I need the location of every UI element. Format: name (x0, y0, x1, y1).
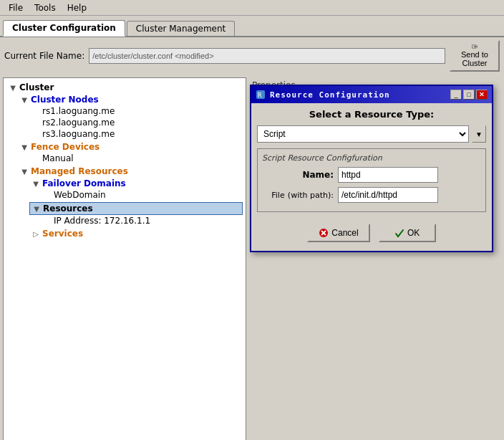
toggle-managed-resources[interactable]: ▼ (19, 168, 29, 176)
cluster-children: ▼ Cluster Nodes rs1.laoguang.me rs2.laog… (18, 93, 243, 241)
filename-input[interactable] (89, 48, 445, 64)
tree-ip-address[interactable]: IP Address: 172.16.1.1 (41, 215, 243, 226)
services-node: ▷ Services (29, 227, 243, 240)
toggle-services[interactable]: ▷ (31, 230, 41, 238)
name-label: Name: (262, 170, 334, 180)
file-label: File (with path): (262, 190, 334, 200)
dialog-minimize-button[interactable]: _ (450, 90, 462, 100)
tabs-bar: Cluster Configuration Cluster Management (0, 16, 504, 37)
fence-devices-children: Manual (29, 153, 243, 164)
tree-node-rs2[interactable]: rs2.laoguang.me (29, 117, 243, 128)
send-icon (467, 44, 482, 49)
tree-cluster[interactable]: ▼ Cluster (6, 82, 243, 93)
tab-cluster-management[interactable]: Cluster Management (127, 21, 235, 36)
tree-fence-devices[interactable]: ▼ Fence Devices (18, 141, 243, 153)
cancel-button[interactable]: Cancel (307, 224, 369, 242)
ip-address-label: IP Address: 172.16.1.1 (54, 216, 150, 226)
resources-node: ▼ Resources IP Address: 172.16.1.1 (29, 201, 243, 227)
resource-configuration-dialog: R Resource Configuration _ □ ✕ Select a … (250, 85, 493, 252)
node-rs2-label: rs2.laoguang.me (42, 118, 115, 128)
failover-domains-node: ▼ Failover Domains WebDomain (29, 177, 243, 201)
tab-cluster-configuration[interactable]: Cluster Configuration (3, 20, 125, 37)
failover-domains-children: WebDomain (41, 189, 243, 201)
toggle-resources[interactable]: ▼ (32, 205, 42, 213)
dialog-title: Resource Configuration (270, 90, 390, 100)
file-input[interactable] (338, 187, 438, 203)
dialog-icon: R (256, 90, 266, 100)
filename-bar: Current File Name: Send to Cluster (0, 37, 504, 75)
cluster-nodes-children: rs1.laoguang.me rs2.laoguang.me rs3.laog… (29, 105, 243, 140)
tree-root: ▼ Cluster ▼ Cluster Nodes rs1.laoguang.m… (6, 81, 243, 241)
svg-rect-2 (477, 46, 478, 48)
resource-type-select[interactable]: Script (257, 125, 469, 143)
right-panel: Properties R Resource Configuration _ □ (249, 77, 501, 440)
tree-cluster-nodes[interactable]: ▼ Cluster Nodes (18, 94, 243, 105)
tree-services[interactable]: ▷ Services (29, 228, 243, 239)
resources-label: Resources (43, 204, 93, 214)
dialog-content: Select a Resource Type: Script ▼ Script … (251, 103, 492, 251)
managed-resources-node: ▼ Managed Resources ▼ Failover Domains (18, 165, 243, 241)
cancel-icon (319, 228, 329, 238)
resource-type-select-wrapper: Script ▼ (257, 125, 486, 143)
left-panel: ▼ Cluster ▼ Cluster Nodes rs1.laoguang.m… (3, 77, 246, 440)
menu-help[interactable]: Help (62, 1, 92, 14)
dialog-titlebar: R Resource Configuration _ □ ✕ (251, 86, 492, 103)
webdomain-label: WebDomain (54, 190, 106, 200)
fence-devices-node: ▼ Fence Devices Manual (18, 140, 243, 165)
send-to-cluster-button[interactable]: Send to Cluster (450, 40, 500, 72)
tree-resources[interactable]: ▼ Resources (29, 202, 243, 215)
ok-icon (394, 228, 404, 238)
menubar: File Tools Help (0, 0, 504, 16)
dialog-maximize-button[interactable]: □ (463, 90, 475, 100)
cancel-label: Cancel (331, 228, 358, 238)
dialog-overlay: R Resource Configuration _ □ ✕ Select a … (242, 77, 501, 440)
tree-webdomain[interactable]: WebDomain (41, 189, 243, 201)
resources-children: IP Address: 172.16.1.1 (41, 215, 243, 226)
managed-resources-children: ▼ Failover Domains WebDomain (29, 177, 243, 240)
toggle-failover-domains[interactable]: ▼ (31, 180, 41, 188)
menu-file[interactable]: File (3, 1, 29, 14)
cluster-nodes-label: Cluster Nodes (31, 95, 99, 105)
dialog-close-button[interactable]: ✕ (476, 90, 488, 100)
dialog-window-controls: _ □ ✕ (450, 90, 488, 100)
svg-marker-1 (474, 46, 476, 48)
managed-resources-label: Managed Resources (31, 166, 128, 176)
script-resource-config-section: Script Resource Configfuration Name: Fil… (257, 148, 486, 212)
tree-node-rs1[interactable]: rs1.laoguang.me (29, 105, 243, 117)
toggle-cluster[interactable]: ▼ (8, 84, 18, 92)
failover-domains-label: Failover Domains (42, 178, 126, 188)
ok-button[interactable]: OK (379, 224, 436, 242)
tree-managed-resources[interactable]: ▼ Managed Resources (18, 166, 243, 177)
dialog-action-buttons: Cancel OK (257, 218, 486, 245)
services-label: Services (42, 229, 83, 239)
file-form-row: File (with path): (262, 187, 481, 203)
filename-label: Current File Name: (4, 51, 84, 61)
name-input[interactable] (338, 167, 438, 183)
config-section-title: Script Resource Configfuration (262, 153, 481, 163)
send-to-cluster-label: Send to (461, 50, 488, 59)
send-to-cluster-label2: Cluster (462, 59, 488, 67)
file-label-suffix: (with path): (288, 191, 334, 200)
toggle-fence-devices[interactable]: ▼ (19, 143, 29, 151)
svg-text:R: R (258, 92, 262, 99)
cluster-nodes-node: ▼ Cluster Nodes rs1.laoguang.me rs2.laog… (18, 93, 243, 140)
file-label-bold: File (271, 191, 284, 200)
tree-node-rs3[interactable]: rs3.laoguang.me (29, 128, 243, 140)
cluster-label: Cluster (19, 82, 54, 92)
tree-failover-domains[interactable]: ▼ Failover Domains (29, 178, 243, 189)
ok-label: OK (407, 228, 420, 238)
fence-manual-label: Manual (42, 153, 74, 163)
name-form-row: Name: (262, 167, 481, 183)
resource-type-dropdown-button[interactable]: ▼ (472, 125, 486, 143)
main-area: ▼ Cluster ▼ Cluster Nodes rs1.laoguang.m… (0, 75, 504, 440)
tree-fence-manual[interactable]: Manual (29, 153, 243, 164)
node-rs3-label: rs3.laoguang.me (42, 129, 115, 139)
menu-tools[interactable]: Tools (29, 1, 62, 14)
fence-devices-label: Fence Devices (31, 142, 100, 152)
node-rs1-label: rs1.laoguang.me (42, 106, 115, 116)
toggle-cluster-nodes[interactable]: ▼ (19, 96, 29, 104)
select-resource-type-title: Select a Resource Type: (257, 109, 486, 120)
